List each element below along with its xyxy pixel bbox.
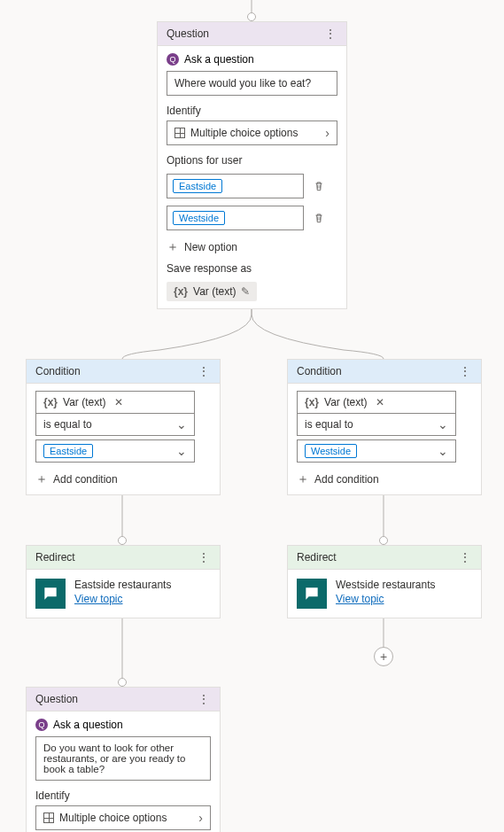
- condition-var-input[interactable]: {x} Var (text) ✕: [35, 391, 195, 414]
- redirect-node-1: Redirect ⋮ Eastside restaurants View top…: [26, 545, 221, 618]
- port-question2-top: [118, 678, 127, 687]
- node-title: Redirect: [35, 551, 75, 564]
- condition-header: Condition ⋮: [288, 360, 481, 384]
- chevron-down-icon: ⌄: [438, 444, 448, 458]
- identify-value: Multiple choice options: [59, 812, 167, 824]
- identify-label: Identify: [167, 105, 337, 117]
- plus-icon: ＋: [297, 471, 309, 487]
- value-select[interactable]: Eastside ⌄: [35, 439, 195, 463]
- more-icon[interactable]: ⋮: [198, 367, 211, 376]
- question-prompt-input[interactable]: Where would you like to eat?: [167, 71, 337, 96]
- port-redirect2-top: [379, 536, 388, 545]
- var-name: Var (text): [63, 396, 105, 408]
- clear-icon[interactable]: ✕: [114, 396, 123, 408]
- topic-icon: [297, 579, 327, 609]
- chevron-down-icon: ⌄: [176, 444, 187, 458]
- option-tag: Westside: [173, 211, 225, 225]
- value-tag: Eastside: [43, 444, 93, 458]
- ask-label: Ask a question: [184, 53, 254, 66]
- option-tag: Eastside: [173, 179, 222, 193]
- more-icon[interactable]: ⋮: [198, 553, 211, 562]
- clear-icon[interactable]: ✕: [376, 396, 384, 408]
- operator-value: is equal to: [43, 418, 92, 431]
- chevron-right-icon: ›: [198, 811, 203, 825]
- question-header: Question ⋮: [27, 688, 220, 711]
- var-symbol-icon: {x}: [305, 396, 319, 408]
- redirect-header: Redirect ⋮: [288, 546, 481, 570]
- add-condition-label: Add condition: [53, 473, 118, 486]
- identify-value: Multiple choice options: [190, 127, 298, 139]
- identify-select[interactable]: Multiple choice options ›: [35, 805, 211, 830]
- add-condition-button[interactable]: ＋ Add condition: [297, 471, 472, 487]
- value-tag: Westside: [305, 444, 357, 458]
- delete-option-icon[interactable]: [313, 180, 325, 192]
- question-header: Question ⋮: [158, 22, 346, 46]
- redirect-header: Redirect ⋮: [27, 546, 220, 570]
- plus-icon: ＋: [35, 471, 48, 487]
- delete-option-icon[interactable]: [313, 212, 325, 224]
- redirect-title: Westside restaurants: [336, 579, 436, 591]
- ask-row: Q Ask a question: [35, 719, 211, 731]
- question-node-1: Question ⋮ Q Ask a question Where would …: [157, 21, 347, 309]
- add-node-button[interactable]: +: [374, 647, 393, 666]
- question-icon: Q: [35, 719, 48, 731]
- add-condition-button[interactable]: ＋ Add condition: [35, 471, 211, 487]
- value-select[interactable]: Westside ⌄: [297, 439, 456, 463]
- redirect-title: Eastside restaurants: [74, 579, 171, 591]
- identify-label: Identify: [35, 789, 211, 802]
- var-symbol-icon: {x}: [174, 285, 188, 298]
- options-label: Options for user: [167, 154, 337, 167]
- var-name: Var (text): [324, 396, 367, 408]
- operator-value: is equal to: [305, 418, 353, 431]
- save-as-label: Save response as: [167, 262, 337, 275]
- condition-node-1: Condition ⋮ {x} Var (text) ✕ is equal to…: [26, 359, 221, 495]
- node-title: Question: [167, 27, 209, 40]
- more-icon[interactable]: ⋮: [459, 367, 472, 376]
- new-option-label: New option: [184, 241, 237, 253]
- view-topic-link[interactable]: View topic: [336, 593, 436, 605]
- more-icon[interactable]: ⋮: [459, 553, 472, 562]
- view-topic-link[interactable]: View topic: [74, 593, 171, 605]
- redirect-node-2: Redirect ⋮ Westside restaurants View top…: [287, 545, 482, 618]
- operator-select[interactable]: is equal to ⌄: [297, 413, 456, 436]
- chevron-down-icon: ⌄: [176, 417, 187, 432]
- port-redirect1-top: [118, 536, 127, 545]
- node-title: Condition: [35, 365, 81, 377]
- node-title: Question: [35, 693, 78, 705]
- condition-header: Condition ⋮: [27, 360, 220, 384]
- edit-icon[interactable]: ✎: [241, 285, 250, 298]
- option-input-2[interactable]: Westside: [167, 206, 304, 230]
- grid-icon: [174, 128, 185, 138]
- chevron-down-icon: ⌄: [438, 417, 448, 432]
- topic-icon: [35, 579, 66, 609]
- chevron-right-icon: ›: [325, 126, 330, 140]
- question-prompt-input[interactable]: Do you want to look for other restaurant…: [35, 736, 211, 781]
- condition-var-input[interactable]: {x} Var (text) ✕: [297, 391, 456, 414]
- port-top: [247, 12, 256, 21]
- condition-node-2: Condition ⋮ {x} Var (text) ✕ is equal to…: [287, 359, 482, 495]
- question-icon: Q: [167, 53, 179, 66]
- operator-select[interactable]: is equal to ⌄: [35, 413, 195, 436]
- var-name: Var (text): [193, 285, 236, 298]
- ask-row: Q Ask a question: [167, 53, 337, 66]
- plus-icon: ＋: [167, 239, 179, 255]
- variable-pill[interactable]: {x} Var (text) ✎: [167, 282, 257, 301]
- var-symbol-icon: {x}: [43, 396, 58, 408]
- new-option-button[interactable]: ＋ New option: [167, 239, 337, 255]
- question-node-2: Question ⋮ Q Ask a question Do you want …: [26, 687, 221, 832]
- option-input-1[interactable]: Eastside: [167, 174, 304, 198]
- add-condition-label: Add condition: [314, 473, 379, 486]
- more-icon[interactable]: ⋮: [198, 695, 211, 704]
- more-icon[interactable]: ⋮: [324, 29, 337, 38]
- node-title: Condition: [297, 365, 342, 377]
- grid-icon: [43, 813, 54, 823]
- node-title: Redirect: [297, 551, 337, 564]
- ask-label: Ask a question: [53, 719, 123, 731]
- identify-select[interactable]: Multiple choice options ›: [167, 121, 337, 145]
